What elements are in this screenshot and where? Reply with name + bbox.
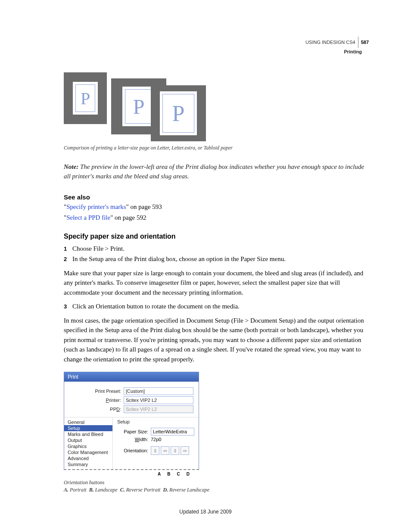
label-print-preset: Print Preset: [69,389,124,394]
select-printer[interactable]: Scitex VIP2 L2 [124,396,193,404]
figure2-caption: Orientation buttons A. Portrait B. Lands… [64,479,369,494]
note-block: Note: The preview in the lower-left area… [64,162,369,181]
dialog-nav: General Setup Marks and Bleed Output Gra… [64,417,113,469]
legend-letters: A B C D [158,472,369,476]
orientation-reverse-landscape-button[interactable]: ▭ [181,446,189,455]
nav-setup[interactable]: Setup [64,425,112,431]
nav-output[interactable]: Output [64,437,112,443]
print-dialog: Print Print Preset: [Custom] Printer: Sc… [64,372,199,470]
select-ppd: Scitex VIP2 L2 [124,405,193,413]
header-using: USING INDESIGN CS4 [305,39,355,45]
nav-summary[interactable]: Summary [64,461,112,467]
swatch-letter: P [64,72,107,124]
step-1: 1 Choose File > Print. [64,244,369,254]
body-paragraph-2: In most cases, the page orientation spec… [64,316,369,364]
note-label: Note: [64,163,78,170]
select-print-preset[interactable]: [Custom] [124,387,193,395]
nav-graphics[interactable]: Graphics [64,443,112,449]
figure-caption: Comparison of printing a letter-size pag… [64,145,369,151]
link-select-ppd-file[interactable]: Select a PPD file [66,214,110,221]
nav-color-management[interactable]: Color Management [64,449,112,455]
nav-marks-bleed[interactable]: Marks and Bleed [64,431,112,437]
orientation-landscape-button[interactable]: ▭ [161,446,169,455]
footer-updated: Updated 18 June 2009 [0,509,411,515]
body-paragraph-1: Make sure that your paper size is large … [64,268,369,298]
page-header: USING INDESIGN CS4 587 Printing [305,37,369,55]
label-printer: Printer: [69,398,124,403]
nav-general[interactable]: General [64,419,112,425]
see-also-heading: See also [64,193,369,201]
label-width: Width: [117,437,151,442]
dialog-titlebar: Print [64,372,199,382]
swatch-tabloid: P [151,85,206,141]
panel-header: Setup [117,419,194,424]
label-orientation: Orientation: [117,448,151,453]
nav-advanced[interactable]: Advanced [64,455,112,461]
page-number: 587 [361,39,369,45]
header-divider [358,37,358,48]
figure-paper-comparison: P P P [64,72,369,141]
label-ppd: PPD: [69,407,124,412]
header-section: Printing [305,49,362,55]
step-2: 2 In the Setup area of the Print dialog … [64,254,369,264]
section-heading: Specify paper size and orientation [64,233,369,240]
xref-1: "Specify printer's marks" on page 593 [64,203,369,211]
link-specify-printers-marks[interactable]: Specify printer's marks [66,203,126,210]
xref-2: "Select a PPD file" on page 592 [64,214,369,221]
step-3: 3 Click an Orientation button to rotate … [64,302,369,311]
select-paper-size[interactable]: LetterWideExtra [151,428,194,436]
note-text: The preview in the lower-left area of th… [64,163,364,180]
orientation-portrait-button[interactable]: ▯ [151,446,159,455]
value-width: 72p0 [151,437,161,442]
orientation-reverse-portrait-button[interactable]: ▯ [171,446,179,455]
label-paper-size: Paper Size: [117,429,151,434]
